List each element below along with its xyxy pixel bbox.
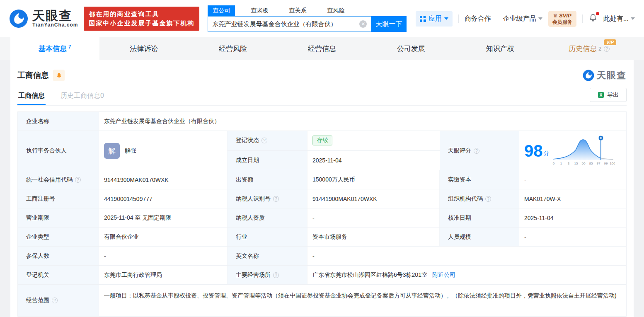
apps-grid-icon [420, 16, 426, 22]
registration-status-value: 存续 [307, 131, 440, 150]
tab-label: 历史信息 [569, 44, 597, 53]
taxpayer-quality-value: - [307, 208, 440, 227]
subtab-business-registration[interactable]: 工商信息 [17, 88, 46, 105]
search-tab-boss[interactable]: 查老板 [246, 5, 273, 16]
subtab-history-registration[interactable]: 历史工商信息0 [60, 88, 105, 105]
field-label-text: 主要经营场所 [236, 271, 271, 279]
svg-text:X: X [600, 93, 603, 97]
search-area: 查公司 查老板 查关系 查风险 ✕ 天眼一下 [208, 5, 407, 32]
business-scope-value: 一般项目：以私募基金从事股权投资、投资管理、资产管理等活动（须在中国证券投资基金… [99, 285, 626, 316]
help-icon[interactable] [261, 138, 267, 143]
tick-label: 85 [589, 162, 593, 165]
tab-label: 公司发展 [397, 44, 425, 53]
help-icon[interactable] [604, 46, 610, 52]
field-label: 组织机构代码 [440, 189, 519, 208]
tab-label: 知识产权 [486, 44, 514, 53]
monitor-bell-button[interactable] [53, 70, 65, 81]
partner-name-link[interactable]: 解强 [125, 147, 136, 155]
clear-search-icon[interactable]: ✕ [359, 20, 367, 28]
user-name: 此处有... [603, 15, 629, 23]
field-label: 工商注册号 [18, 189, 99, 208]
field-label-text: 登记状态 [236, 137, 259, 144]
export-label: 导出 [607, 91, 619, 99]
help-icon[interactable] [273, 272, 279, 278]
company-name-value: 东莞产业链发展母基金合伙企业（有限合伙） [99, 112, 626, 131]
tab-intellectual-property[interactable]: 知识产权 [455, 37, 545, 60]
staff-size-value: - [519, 227, 626, 246]
field-label: 企业名称 [18, 112, 99, 131]
tab-label: 法律诉讼 [130, 44, 158, 53]
export-button[interactable]: X 导出 [590, 88, 627, 102]
search-tab-company[interactable]: 查公司 [208, 5, 235, 16]
table-row: 经营范围 一般项目：以私募基金从事股权投资、投资管理、资产管理等活动（须在中国证… [18, 285, 626, 317]
search-button[interactable]: 天眼一下 [371, 16, 407, 32]
field-label: 实缴资本 [440, 170, 519, 189]
help-icon[interactable] [75, 177, 81, 183]
tab-legal-proceedings[interactable]: 法律诉讼 [99, 37, 189, 60]
tianyancha-logo[interactable]: 天眼查 TianYanCha.com [9, 9, 78, 28]
tab-operational-risk[interactable]: 经营风险 [189, 37, 278, 60]
field-label: 人员规模 [440, 227, 519, 246]
credit-code-value: 91441900MAK0170WXK [99, 170, 228, 189]
help-icon[interactable] [52, 298, 58, 303]
business-place-value: 广东省东莞市松山湖园区红棉路6号3栋201室 附近公司 [307, 266, 626, 284]
svip-membership-button[interactable]: ♛ SVIP 会员服务 [548, 11, 576, 27]
partner-avatar[interactable]: 解 [104, 143, 120, 159]
divider [497, 15, 497, 23]
table-row: 工商注册号 441900014509777 纳税人识别号 91441900MAK… [18, 189, 626, 208]
tab-company-development[interactable]: 公司发展 [366, 37, 455, 60]
company-nav-bar: 基本信息 7 法律诉讼 经营风险 经营信息 公司发展 知识产权 VIP 历史信息… [0, 37, 644, 60]
table-row: 执行事务合伙人 解 解强 登记状态 存续 成立日期 2025-11-0 [18, 131, 626, 170]
bell-icon [56, 73, 62, 79]
search-tab-relation[interactable]: 查关系 [284, 5, 311, 16]
company-type-value: 有限合伙企业 [99, 227, 228, 246]
insured-count-value: - [99, 247, 228, 265]
help-icon[interactable] [474, 148, 479, 154]
field-label-text: 天眼评分 [448, 147, 471, 155]
excel-icon: X [598, 92, 604, 98]
reg-authority-value: 东莞市工商行政管理局 [99, 266, 228, 284]
tab-business-info[interactable]: 经营信息 [278, 37, 367, 60]
apps-menu-button[interactable]: 应用 [416, 11, 453, 27]
tab-label: 基本信息 [39, 44, 67, 53]
score-value: 98 [524, 143, 543, 159]
tianyancha-watermark: 天眼查 [583, 69, 627, 82]
field-label: 出资额 [228, 170, 307, 189]
nearby-companies-link[interactable]: 附近公司 [432, 271, 455, 279]
user-menu[interactable]: 此处有... [603, 15, 635, 23]
tab-history-info[interactable]: VIP 历史信息 2 [545, 37, 634, 60]
score-unit: 分 [544, 150, 550, 157]
brand-name: 天眼查 [32, 10, 78, 22]
apps-label: 应用 [429, 15, 442, 23]
table-row: 统一社会信用代码 91441900MAK0170WXK 出资额 150000万人… [18, 170, 626, 189]
crown-icon: ♛ [553, 13, 558, 19]
enterprise-products-label: 企业级产品 [503, 15, 536, 23]
field-label: 企业类型 [18, 227, 99, 246]
help-icon[interactable] [485, 196, 491, 202]
help-icon[interactable] [273, 196, 279, 202]
tab-basic-info[interactable]: 基本信息 7 [10, 37, 99, 60]
field-label: 行业 [228, 227, 307, 246]
notification-badge [596, 12, 599, 15]
tick-label: 0 [552, 162, 554, 165]
business-cooperation-link[interactable]: 商务合作 [465, 15, 491, 23]
english-name-value: - [307, 247, 626, 265]
notifications-button[interactable] [588, 13, 598, 24]
promo-line2: 国家中小企业发展子基金旗下机构 [89, 19, 194, 28]
field-label: 纳税人资质 [228, 208, 307, 227]
tab-count: 7 [68, 44, 71, 50]
chevron-down-icon [538, 17, 542, 20]
svip-label: SVIP [559, 12, 571, 19]
reg-number-value: 441900014509777 [99, 189, 228, 208]
search-tab-risk[interactable]: 查风险 [322, 5, 349, 16]
business-term-value: 2025-11-04 至 无固定期限 [99, 208, 228, 227]
field-label: 营业期限 [18, 208, 99, 227]
tick-label: 99 [604, 162, 608, 165]
tick-label: 97 [596, 162, 600, 165]
field-label-text: 纳税人识别号 [236, 195, 271, 203]
field-label: 登记状态 [228, 131, 307, 150]
score-distribution-chart: 0 1 3 15 50 85 97 99 100 [552, 134, 615, 167]
enterprise-products-link[interactable]: 企业级产品 [503, 15, 542, 23]
field-label: 统一社会信用代码 [18, 170, 99, 189]
search-input[interactable] [208, 21, 359, 28]
